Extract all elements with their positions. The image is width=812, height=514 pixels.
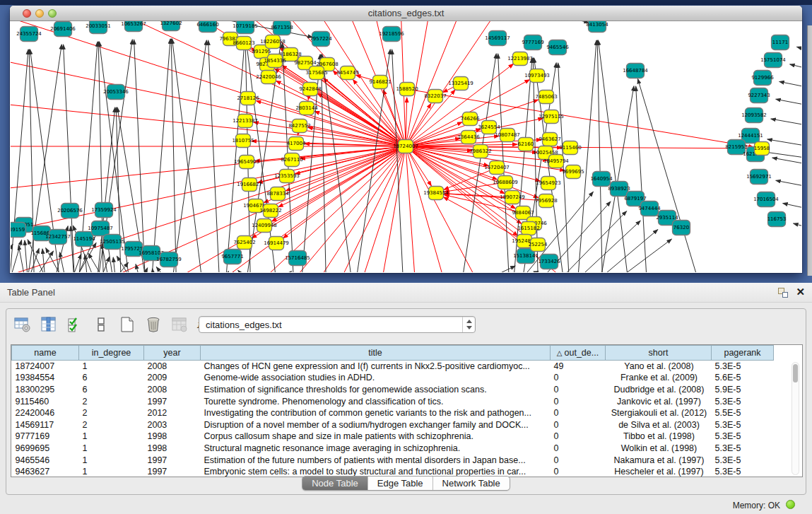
table-row[interactable]: 1872400712008Changes of HCN gene express… [12, 361, 774, 373]
select-all-icon[interactable] [66, 315, 84, 334]
table-cell[interactable]: 0 [551, 384, 606, 396]
table-cell[interactable]: 5.3E-5 [712, 431, 774, 443]
table-cell[interactable]: Yano et al. (2008) [606, 361, 712, 373]
window-titlebar[interactable]: citations_edges.txt [10, 6, 802, 21]
table-cell[interactable]: Changes of HCN gene expression and I(f) … [201, 361, 551, 373]
table-cell[interactable]: Tibbo et al. (1998) [606, 431, 712, 443]
table-cell[interactable]: Stergiakouli et al. (2012) [606, 407, 712, 419]
table-cell[interactable]: 18724007 [12, 361, 79, 373]
table-cell[interactable]: 5.3E-5 [712, 419, 774, 431]
table-row[interactable]: 1456911722003Disruption of a novel membe… [12, 419, 774, 431]
table-cell[interactable]: Nakamura et al. (1997) [606, 454, 712, 466]
table-cell[interactable]: 5.5E-5 [712, 407, 774, 419]
table-cell[interactable]: 1997 [144, 395, 201, 407]
table-cell[interactable]: de Silva et al. (2003) [606, 419, 712, 431]
float-panel-icon[interactable] [778, 288, 788, 298]
table-row[interactable]: 911546021997Tourette syndrome. Phenomeno… [12, 395, 774, 407]
column-header-title[interactable]: title [201, 346, 551, 361]
table-cell[interactable]: 22420046 [12, 407, 79, 419]
table-row[interactable]: 2242004622012Investigating the contribut… [12, 407, 774, 419]
table-cell[interactable]: Estimation of significance thresholds fo… [201, 384, 551, 396]
table-row[interactable]: 1938455462009Genome-wide association stu… [12, 372, 774, 384]
network-table-selector[interactable]: citations_edges.txt [199, 316, 476, 333]
column-header-in_degree[interactable]: in_degree [79, 346, 144, 361]
table-cell[interactable]: 49 [551, 361, 606, 373]
table-cell[interactable]: 0 [551, 372, 606, 384]
table-cell[interactable]: 1998 [144, 431, 201, 443]
table-cell[interactable]: Structural magnetic resonance image aver… [201, 443, 551, 455]
table-scrollbar[interactable] [792, 362, 799, 475]
table-cell[interactable]: 2008 [144, 384, 201, 396]
table-cell[interactable]: Dudbridge et al. (2008) [606, 384, 712, 396]
table-cell[interactable]: 6 [79, 384, 144, 396]
delete-table-icon[interactable] [170, 315, 189, 334]
table-cell[interactable]: 0 [551, 395, 606, 407]
table-cell[interactable]: 1 [79, 454, 144, 466]
table-cell[interactable]: 2 [79, 419, 144, 431]
table-cell[interactable]: Estimation of the future numbers of pati… [201, 454, 551, 466]
table-cell[interactable]: Jankovic et al. (1997) [606, 395, 712, 407]
table-cell[interactable]: Franke et al. (2009) [606, 372, 712, 384]
table-cell[interactable]: 9115460 [12, 395, 79, 407]
tab-node-table[interactable]: Node Table [302, 477, 368, 490]
table-cell[interactable]: Disruption of a novel member of a sodium… [201, 419, 551, 431]
table-cell[interactable]: 1 [79, 431, 144, 443]
table-scrollbar-thumb[interactable] [793, 364, 798, 382]
table-cell[interactable]: 2 [79, 395, 144, 407]
network-view-canvas[interactable]: 2435572420691406200330511065326713276026… [11, 21, 801, 272]
table-cell[interactable]: Corpus callosum shape and size in male p… [201, 431, 551, 443]
table-cell[interactable]: 5.3E-5 [712, 361, 774, 373]
table-cell[interactable]: 1 [79, 443, 144, 455]
create-column-icon[interactable] [118, 315, 136, 334]
table-cell[interactable]: 2008 [144, 361, 201, 373]
table-cell[interactable]: 5.6E-5 [712, 372, 774, 384]
column-header-pagerank[interactable]: pagerank [712, 346, 774, 361]
table-cell[interactable]: 0 [551, 454, 606, 466]
selector-stepper-icon[interactable] [462, 317, 475, 332]
table-cell[interactable]: Investigating the contribution of common… [201, 407, 551, 419]
table-cell[interactable]: 0 [551, 443, 606, 455]
citation-graph[interactable]: 2435572420691406200330511065326713276026… [11, 21, 801, 272]
table-cell[interactable]: 0 [551, 431, 606, 443]
table-cell[interactable]: Tourette syndrome. Phenomenology and cla… [201, 395, 551, 407]
table-cell[interactable]: 2009 [144, 372, 201, 384]
table-cell[interactable]: 14569117 [12, 419, 79, 431]
table-cell[interactable]: 0 [551, 419, 606, 431]
table-cell[interactable]: 6 [79, 372, 144, 384]
table-cell[interactable]: 5.3E-5 [712, 395, 774, 407]
table-cell[interactable]: 5.3E-5 [712, 454, 774, 466]
table-cell[interactable]: 1998 [144, 443, 201, 455]
table-row[interactable]: 969969511998Structural magnetic resonanc… [12, 443, 774, 455]
table-cell[interactable]: 2003 [144, 419, 201, 431]
column-header-out_de[interactable]: △out_de... [551, 346, 606, 361]
column-header-year[interactable]: year [144, 346, 201, 361]
table-cell[interactable]: 9699695 [12, 443, 79, 455]
column-header-short[interactable]: short [606, 346, 712, 361]
table-row[interactable]: 946554611997Estimation of the future num… [12, 454, 774, 466]
node-attribute-table[interactable]: namein_degreeyeartitle△out_de...shortpag… [11, 344, 803, 477]
table-cell[interactable]: 1997 [144, 454, 201, 466]
table-cell[interactable]: 18300295 [12, 384, 79, 396]
table-cell[interactable]: 9777169 [12, 431, 79, 443]
tab-edge-table[interactable]: Edge Table [368, 477, 433, 490]
table-cell[interactable]: 1 [79, 361, 144, 373]
table-row[interactable]: 1830029562008Estimation of significance … [12, 384, 774, 396]
table-cell[interactable]: 2 [79, 407, 144, 419]
table-cell[interactable]: 5.9E-5 [712, 384, 774, 396]
table-cell[interactable]: 9465546 [12, 454, 79, 466]
table-cell[interactable]: 19384554 [12, 372, 79, 384]
column-header-name[interactable]: name [12, 346, 79, 361]
network-view-window[interactable]: citations_edges.txt 24355724206914062003… [10, 6, 802, 273]
table-cell[interactable]: 5.3E-5 [712, 443, 774, 455]
delete-column-icon[interactable] [144, 315, 163, 334]
table-cell[interactable]: 2012 [144, 407, 201, 419]
column-visibility-icon[interactable] [40, 315, 58, 334]
row-selection-icon[interactable] [92, 315, 110, 334]
table-row[interactable]: 977716911998Corpus callosum shape and si… [12, 431, 774, 443]
table-cell[interactable]: Genome-wide association studies in ADHD. [201, 372, 551, 384]
table-cell[interactable]: Wolkin et al. (1998) [606, 443, 712, 455]
table-mode-icon[interactable] [13, 315, 32, 334]
close-panel-icon[interactable]: ✕ [796, 286, 805, 298]
table-cell[interactable]: 0 [551, 407, 606, 419]
tab-network-table[interactable]: Network Table [433, 477, 510, 490]
